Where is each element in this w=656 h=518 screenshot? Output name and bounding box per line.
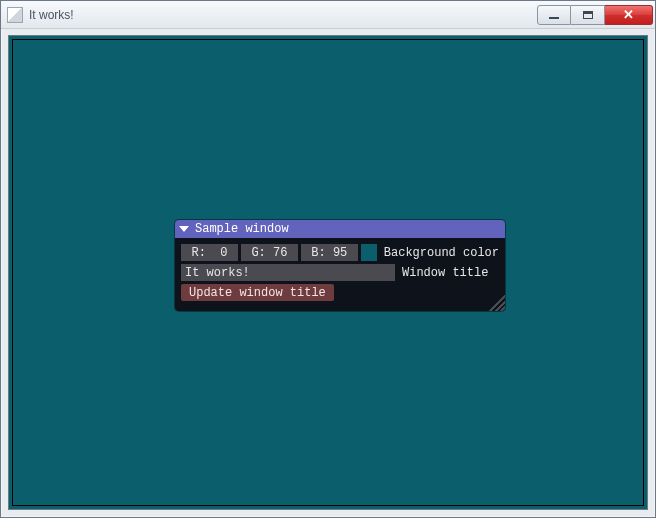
background-color-row: R: 0 G: 76 B: 95 Background color	[181, 244, 499, 261]
window-controls: ✕	[537, 5, 653, 25]
os-window: It works! ✕ Sample window R: 0 G: 76	[0, 0, 656, 518]
maximize-button[interactable]	[571, 5, 605, 25]
color-g-label: G:	[251, 246, 265, 260]
maximize-icon	[583, 11, 593, 19]
panel-title: Sample window	[195, 222, 289, 236]
color-r-label: R:	[191, 246, 205, 260]
close-button[interactable]: ✕	[605, 5, 653, 25]
color-b-field[interactable]: B: 95	[301, 244, 358, 261]
color-swatch[interactable]	[361, 244, 377, 261]
panel-body: R: 0 G: 76 B: 95 Background color It wor…	[175, 238, 505, 311]
minimize-icon	[549, 17, 559, 19]
window-title-row: It works! Window title	[181, 264, 499, 281]
window-title-label: Window title	[402, 266, 488, 280]
client-area: Sample window R: 0 G: 76 B: 95 Backgroun…	[8, 35, 648, 510]
update-window-title-button[interactable]: Update window title	[181, 284, 334, 301]
color-g-field[interactable]: G: 76	[241, 244, 298, 261]
color-b-value: 95	[333, 246, 347, 260]
window-title-input[interactable]: It works!	[181, 264, 395, 281]
color-g-value: 76	[273, 246, 287, 260]
color-r-value: 0	[220, 246, 227, 260]
minimize-button[interactable]	[537, 5, 571, 25]
close-icon: ✕	[623, 7, 634, 22]
titlebar[interactable]: It works! ✕	[1, 1, 655, 29]
window-title: It works!	[29, 8, 74, 22]
sample-window-panel[interactable]: Sample window R: 0 G: 76 B: 95 Backgroun…	[175, 220, 505, 311]
color-r-field[interactable]: R: 0	[181, 244, 238, 261]
window-title-input-value: It works!	[185, 266, 250, 280]
color-b-label: B:	[311, 246, 325, 260]
update-button-row: Update window title	[181, 284, 499, 301]
app-icon	[7, 7, 23, 23]
panel-header[interactable]: Sample window	[175, 220, 505, 238]
background-color-label: Background color	[384, 246, 499, 260]
resize-grip-icon[interactable]	[487, 293, 505, 311]
collapse-icon[interactable]	[179, 226, 189, 232]
